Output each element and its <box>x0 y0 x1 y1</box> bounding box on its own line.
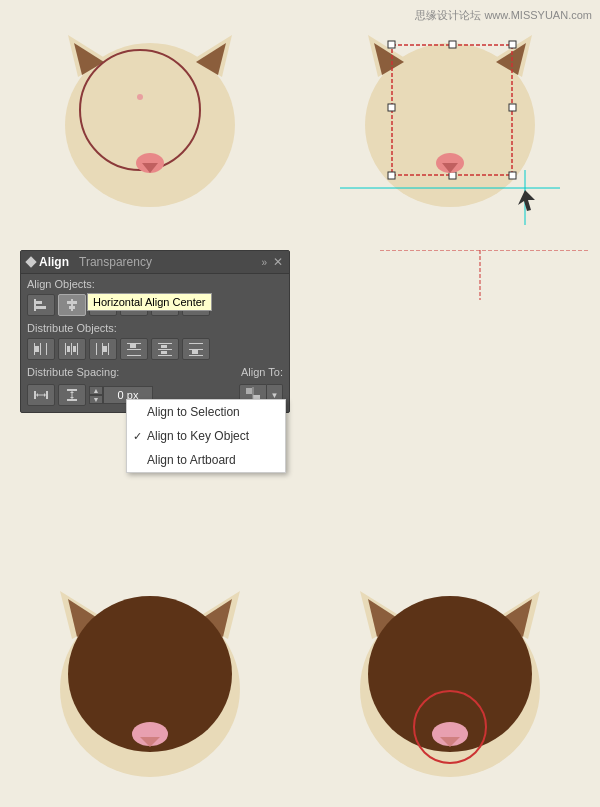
svg-rect-19 <box>509 104 516 111</box>
svg-rect-17 <box>509 41 516 48</box>
dist-center-h-icon <box>64 342 80 356</box>
align-to-label: Align To: <box>241 366 283 378</box>
svg-rect-72 <box>34 391 36 399</box>
align-to-artboard-item[interactable]: Align to Artboard <box>127 448 285 472</box>
tooltip-horizontal-align-center: Horizontal Align Center <box>87 293 212 311</box>
align-buttons-row: Horizontal Align Center <box>21 292 289 318</box>
svg-rect-48 <box>46 343 47 355</box>
svg-rect-67 <box>161 351 167 354</box>
dist-top-button[interactable] <box>120 338 148 360</box>
spacing-h-button[interactable] <box>27 384 55 406</box>
cat-panel-right <box>300 0 600 240</box>
svg-rect-31 <box>71 299 73 311</box>
svg-rect-63 <box>158 343 172 344</box>
svg-rect-28 <box>34 299 36 311</box>
align-left-icon <box>33 298 49 312</box>
middle-section: Align Transparency » ✕ Align Objects: <box>0 240 600 560</box>
svg-rect-56 <box>102 343 103 355</box>
svg-rect-21 <box>449 172 456 179</box>
svg-rect-60 <box>127 349 141 350</box>
svg-rect-71 <box>192 350 198 354</box>
dist-left-button[interactable] <box>27 338 55 360</box>
svg-marker-80 <box>70 391 74 393</box>
cat-panel-bottom-left <box>0 560 300 807</box>
svg-rect-73 <box>46 391 48 399</box>
align-center-h-button[interactable]: Horizontal Align Center <box>58 294 86 316</box>
svg-rect-62 <box>130 344 136 348</box>
spacing-h-icon <box>33 388 49 402</box>
svg-rect-78 <box>67 399 77 401</box>
panel-diamond-icon <box>25 256 36 267</box>
distribute-objects-label: Distribute Objects: <box>21 318 289 336</box>
transparency-tab[interactable]: Transparency <box>79 255 152 269</box>
svg-rect-51 <box>71 343 72 355</box>
svg-rect-52 <box>77 343 78 355</box>
svg-rect-82 <box>246 388 252 394</box>
cat-bottom-right-svg <box>340 569 560 799</box>
align-left-button[interactable] <box>27 294 55 316</box>
svg-rect-47 <box>40 343 41 355</box>
align-tab[interactable]: Align <box>39 255 69 269</box>
dist-top-icon <box>126 342 142 356</box>
spacing-v-icon <box>64 388 80 402</box>
svg-rect-33 <box>69 306 75 309</box>
svg-rect-29 <box>36 301 42 304</box>
svg-rect-59 <box>127 343 141 344</box>
panel-arrows-icon: » <box>261 257 267 268</box>
align-objects-label: Align Objects: <box>21 274 289 292</box>
svg-rect-50 <box>65 343 66 355</box>
svg-rect-64 <box>158 349 172 350</box>
stepper-down-button[interactable]: ▼ <box>89 395 103 404</box>
bottom-section <box>0 560 600 807</box>
cat-panel-left <box>0 0 300 240</box>
svg-marker-75 <box>36 393 38 397</box>
dist-bottom-icon <box>188 342 204 356</box>
spacing-section: Distribute Spacing: Align To: <box>21 362 289 382</box>
top-section <box>0 0 600 240</box>
svg-rect-70 <box>189 355 203 356</box>
svg-rect-53 <box>67 346 70 352</box>
svg-rect-16 <box>449 41 456 48</box>
svg-rect-65 <box>158 355 172 356</box>
svg-rect-54 <box>73 346 76 352</box>
dist-left-icon <box>33 342 49 356</box>
watermark-text: 思缘设计论坛 www.MISSY​UAN.com <box>415 8 592 23</box>
svg-rect-69 <box>189 349 203 350</box>
align-to-dropdown-menu: Align to Selection Align to Key Object A… <box>126 399 286 473</box>
cat-panel-bottom-right <box>300 560 600 807</box>
distribute-spacing-label: Distribute Spacing: <box>27 366 119 378</box>
cat-bottom-left-svg <box>40 569 260 799</box>
svg-rect-77 <box>67 389 77 391</box>
dist-center-v-button[interactable] <box>151 338 179 360</box>
cat-right-svg <box>340 15 560 225</box>
svg-point-6 <box>137 94 143 100</box>
svg-rect-66 <box>161 345 167 348</box>
spacing-v-button[interactable] <box>58 384 86 406</box>
svg-rect-22 <box>509 172 516 179</box>
svg-rect-49 <box>35 346 39 352</box>
dist-bottom-button[interactable] <box>182 338 210 360</box>
svg-rect-58 <box>103 346 107 352</box>
cat-left-svg <box>50 15 250 225</box>
svg-rect-20 <box>388 172 395 179</box>
svg-rect-57 <box>108 343 109 355</box>
dist-center-v-icon <box>157 342 173 356</box>
svg-rect-30 <box>36 306 46 309</box>
dist-right-icon <box>95 342 111 356</box>
dist-right-button[interactable] <box>89 338 117 360</box>
align-panel: Align Transparency » ✕ Align Objects: <box>20 250 290 413</box>
svg-rect-55 <box>96 343 97 355</box>
svg-rect-68 <box>189 343 203 344</box>
align-to-selection-item[interactable]: Align to Selection <box>127 400 285 424</box>
svg-marker-81 <box>70 397 74 399</box>
panel-close-icon[interactable]: ✕ <box>273 255 283 269</box>
dist-center-h-button[interactable] <box>58 338 86 360</box>
svg-rect-61 <box>127 355 141 356</box>
spacing-stepper[interactable]: ▲ ▼ <box>89 386 103 404</box>
svg-marker-27 <box>518 190 535 211</box>
svg-rect-18 <box>388 104 395 111</box>
panel-header: Align Transparency » ✕ <box>21 251 289 274</box>
align-to-key-object-item[interactable]: Align to Key Object <box>127 424 285 448</box>
align-center-h-icon <box>64 298 80 312</box>
stepper-up-button[interactable]: ▲ <box>89 386 103 395</box>
